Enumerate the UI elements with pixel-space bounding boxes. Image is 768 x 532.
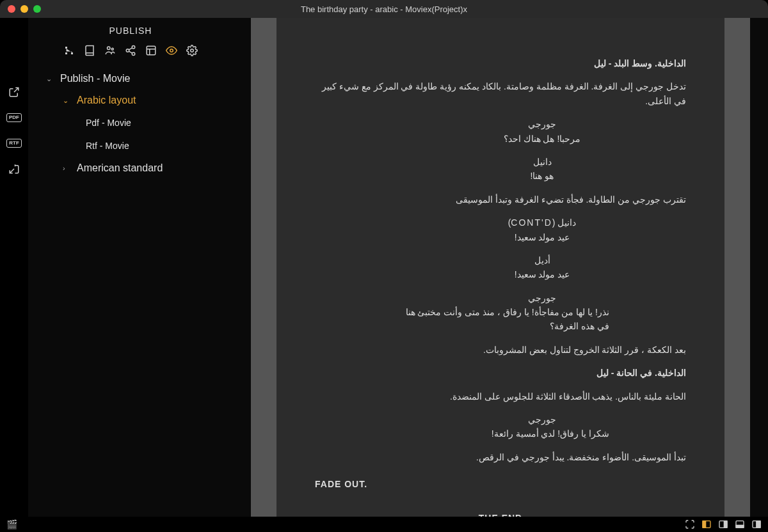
dialogue-line: عيد مولد سعيد! bbox=[315, 267, 686, 281]
character-name: جورجي bbox=[315, 412, 686, 426]
panel-split-icon[interactable] bbox=[751, 519, 762, 529]
export-icon[interactable] bbox=[8, 86, 20, 98]
svg-rect-5 bbox=[147, 46, 156, 55]
character-name: دانيل (CONT'D) bbox=[315, 215, 686, 230]
svg-rect-15 bbox=[756, 521, 760, 528]
tree-item-pdf-movie[interactable]: Pdf - Movie bbox=[28, 111, 233, 134]
action-line: الحانة مليئة بالناس. يذهب الأصدقاء الثلا… bbox=[315, 389, 686, 403]
svg-point-2 bbox=[132, 46, 135, 49]
panel-right-icon[interactable] bbox=[718, 519, 728, 529]
svg-rect-13 bbox=[736, 525, 744, 528]
tree-item-publish-movie[interactable]: ⌄ Publish - Movie bbox=[28, 68, 233, 90]
svg-point-7 bbox=[191, 49, 194, 52]
sidebar-header: PUBLISH bbox=[28, 18, 233, 41]
character-name: أديل bbox=[315, 253, 686, 267]
svg-rect-9 bbox=[703, 521, 706, 528]
share-icon[interactable] bbox=[125, 45, 136, 56]
dialogue-line: شكرا يا رفاق! لدي أمسية رائعة! bbox=[392, 426, 609, 441]
svg-point-4 bbox=[132, 52, 135, 56]
action-line: بعد الكعكة ، قرر الثلاثة الخروج لتناول ب… bbox=[315, 343, 686, 357]
tree-item-label: Pdf - Movie bbox=[86, 118, 131, 128]
tree-item-label: American standard bbox=[77, 162, 163, 174]
maximize-window-button[interactable] bbox=[33, 5, 41, 13]
rtf-icon[interactable]: RTF bbox=[8, 137, 20, 150]
chevron-down-icon: ⌄ bbox=[63, 97, 72, 105]
chevron-down-icon: ⌄ bbox=[46, 75, 55, 83]
scene-heading: الداخلية. وسط البلد - ليل bbox=[315, 56, 686, 70]
svg-rect-11 bbox=[724, 521, 727, 528]
dialogue-line: هو هنا! bbox=[315, 169, 686, 183]
panel-left-icon[interactable] bbox=[701, 519, 712, 529]
character-name: جورجي bbox=[315, 291, 686, 305]
layout-icon[interactable] bbox=[145, 45, 157, 56]
panel-bottom-icon[interactable] bbox=[735, 519, 745, 529]
eye-icon[interactable] bbox=[166, 45, 177, 56]
end-marker: THE END bbox=[315, 511, 686, 517]
publish-tree: ⌄ Publish - Movie ⌄ Arabic layout Pdf - … bbox=[28, 65, 233, 182]
left-rail: PDF RTF bbox=[0, 18, 28, 517]
tree-item-label: Arabic layout bbox=[77, 95, 136, 106]
chevron-right-icon: › bbox=[63, 164, 72, 172]
page-wrapper: الداخلية. وسط البلد - ليل تدخل جورجي إلى… bbox=[251, 18, 750, 517]
action-line: تقترب جورجي من الطاولة. فجأة تضيء الغرفة… bbox=[315, 192, 686, 207]
content-area: الداخلية. وسط البلد - ليل تدخل جورجي إلى… bbox=[233, 18, 768, 517]
tree-item-label: Rtf - Movie bbox=[86, 141, 129, 151]
svg-point-0 bbox=[108, 47, 111, 50]
close-window-button[interactable] bbox=[8, 5, 15, 13]
dialogue-line: عيد مولد سعيد! bbox=[315, 230, 686, 244]
dialogue-line: نذر! يا لها من مفاجأة! يا رفاق ، منذ متى… bbox=[392, 305, 609, 334]
scene-heading: الداخلية. في الحانة - ليل bbox=[315, 366, 686, 380]
traffic-lights bbox=[0, 5, 41, 13]
character-name: جورجي bbox=[315, 117, 686, 131]
minimize-window-button[interactable] bbox=[20, 5, 28, 13]
book-icon[interactable] bbox=[84, 45, 95, 56]
hierarchy-icon[interactable] bbox=[63, 45, 75, 56]
screenplay-page[interactable]: الداخلية. وسط البلد - ليل تدخل جورجي إلى… bbox=[276, 18, 724, 517]
gear-icon[interactable] bbox=[186, 45, 198, 56]
transition: FADE OUT. bbox=[315, 477, 686, 491]
sidebar: PUBLISH bbox=[28, 18, 233, 517]
fullscreen-icon[interactable] bbox=[685, 519, 695, 529]
titlebar: The birthday party - arabic - Moviex(Pro… bbox=[0, 0, 768, 18]
bottombar: 🎬 bbox=[0, 517, 768, 532]
action-line: تدخل جورجي إلى الغرفة. الغرفة مظلمة وصام… bbox=[315, 79, 686, 108]
svg-point-6 bbox=[170, 49, 173, 52]
tree-item-american-standard[interactable]: › American standard bbox=[28, 157, 233, 179]
tree-item-rtf-movie[interactable]: Rtf - Movie bbox=[28, 134, 233, 157]
tree-item-arabic-layout[interactable]: ⌄ Arabic layout bbox=[28, 90, 233, 111]
window-title: The birthday party - arabic - Moviex(Pro… bbox=[301, 4, 467, 14]
import-icon[interactable] bbox=[8, 162, 20, 175]
svg-point-1 bbox=[111, 48, 113, 50]
character-name: دانيل bbox=[315, 155, 686, 169]
pdf-icon[interactable]: PDF bbox=[8, 111, 20, 124]
people-icon[interactable] bbox=[104, 45, 116, 56]
tree-item-label: Publish - Movie bbox=[60, 73, 130, 84]
svg-point-3 bbox=[126, 49, 129, 52]
sidebar-toolbar bbox=[28, 41, 233, 65]
action-line: تبدأ الموسيقى. الأضواء منخفضة. يبدأ جورج… bbox=[315, 450, 686, 464]
clapboard-icon[interactable]: 🎬 bbox=[6, 519, 17, 529]
dialogue-line: مرحبا! هل هناك احد؟ bbox=[315, 132, 686, 146]
